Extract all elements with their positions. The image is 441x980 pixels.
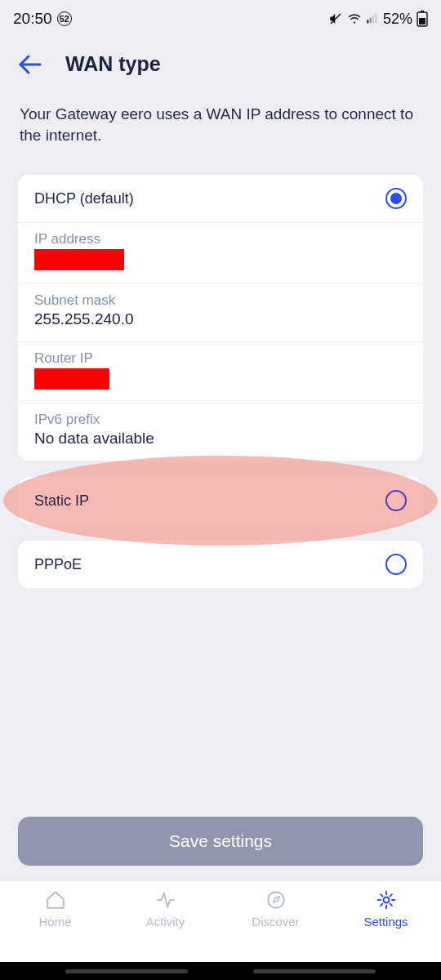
compass-icon (265, 888, 287, 912)
nav-settings-label: Settings (363, 915, 408, 929)
status-left: 20:50 52 (13, 10, 72, 28)
dhcp-router-label: Router IP (34, 350, 407, 367)
mute-icon (328, 11, 343, 26)
nav-discover[interactable]: Discover (220, 888, 331, 962)
status-notification-badge: 52 (57, 11, 72, 26)
save-settings-button[interactable]: Save settings (18, 817, 423, 866)
wan-option-pppoe[interactable]: PPPoE (18, 541, 423, 588)
radio-selected-icon (385, 188, 407, 209)
back-button[interactable] (18, 54, 42, 75)
activity-icon (155, 888, 176, 912)
dhcp-ipv6-row: IPv6 prefix No data available (18, 403, 423, 461)
wan-option-static-label: Static IP (34, 492, 89, 510)
nav-activity[interactable]: Activity (110, 888, 220, 962)
svg-point-9 (383, 898, 389, 903)
cell-signal-icon (366, 12, 379, 25)
svg-rect-7 (419, 18, 425, 24)
battery-icon (416, 11, 428, 27)
page-description: Your Gateway eero uses a WAN IP address … (20, 104, 421, 145)
nav-home[interactable]: Home (0, 888, 110, 962)
battery-percent: 52% (383, 11, 412, 28)
home-icon (45, 888, 66, 912)
gesture-pill (65, 969, 188, 973)
dhcp-ip-label: IP address (34, 231, 407, 247)
gesture-pill (253, 969, 376, 973)
svg-rect-2 (370, 18, 372, 24)
dhcp-router-value-redacted (34, 368, 109, 390)
dhcp-subnet-label: Subnet mask (34, 292, 407, 309)
content: Your Gateway eero uses a WAN IP address … (0, 96, 441, 817)
wan-option-dhcp-label: DHCP (default) (34, 190, 134, 207)
svg-rect-6 (421, 11, 424, 12)
dhcp-ip-row: IP address (18, 223, 423, 284)
wan-option-pppoe-card: PPPoE (18, 541, 423, 588)
status-bar: 20:50 52 52% (0, 0, 441, 38)
radio-unselected-icon (385, 554, 407, 575)
wan-option-dhcp-card: DHCP (default) IP address Subnet mask 25… (18, 175, 423, 461)
wan-option-static-card: Static IP (18, 477, 423, 524)
dhcp-subnet-value: 255.255.240.0 (34, 310, 407, 328)
status-time: 20:50 (13, 10, 52, 28)
dhcp-ipv6-label: IPv6 prefix (34, 412, 407, 428)
svg-rect-3 (372, 16, 374, 23)
svg-rect-1 (367, 20, 368, 23)
wifi-icon (347, 11, 362, 26)
dhcp-subnet-row: Subnet mask 255.255.240.0 (18, 284, 423, 342)
svg-point-8 (268, 892, 284, 908)
status-right: 52% (328, 11, 428, 28)
dhcp-router-row: Router IP (18, 342, 423, 403)
gesture-bar (0, 962, 441, 980)
svg-point-0 (354, 21, 355, 23)
wan-option-dhcp[interactable]: DHCP (default) (18, 175, 423, 223)
nav-home-label: Home (38, 915, 71, 929)
gear-icon (376, 888, 397, 912)
wan-option-pppoe-label: PPPoE (34, 556, 82, 573)
nav-settings[interactable]: Settings (331, 888, 441, 962)
save-button-container: Save settings (0, 817, 441, 880)
nav-discover-label: Discover (252, 915, 299, 929)
dhcp-ip-value-redacted (34, 249, 124, 270)
nav-activity-label: Activity (146, 915, 185, 929)
app-header: WAN type (0, 38, 441, 96)
arrow-left-icon (18, 54, 42, 75)
dhcp-ipv6-value: No data available (34, 430, 407, 448)
svg-rect-4 (375, 13, 376, 23)
page-title: WAN type (65, 52, 161, 76)
wan-option-static[interactable]: Static IP (18, 477, 423, 524)
radio-unselected-icon (385, 490, 407, 511)
bottom-nav: Home Activity Discover Settings (0, 880, 441, 962)
